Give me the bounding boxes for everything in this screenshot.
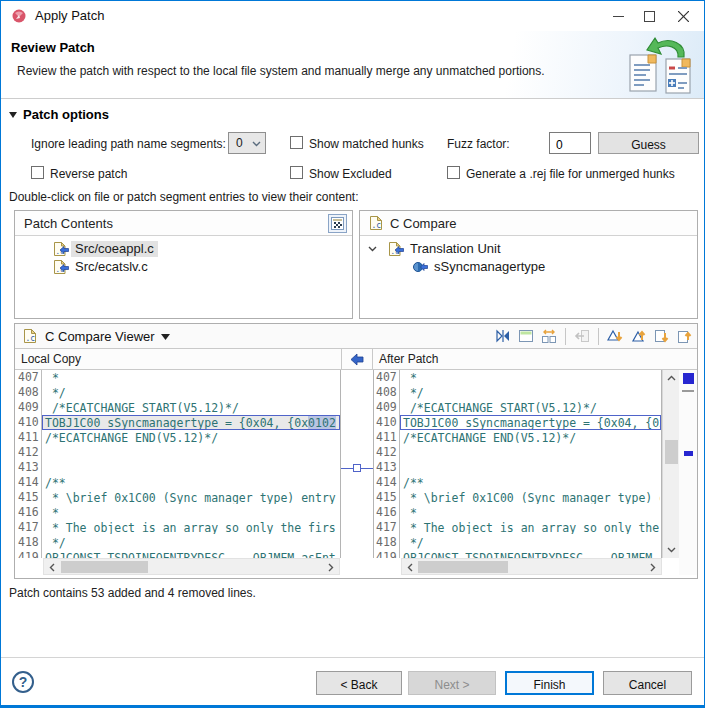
maximize-button[interactable] <box>630 1 668 31</box>
line-number: 408 <box>374 385 400 400</box>
two-pane-swap-icon[interactable] <box>540 327 558 345</box>
after-patch-pane[interactable]: 407 *408 */409 /*ECATCHANGE_START(V5.12)… <box>373 370 662 558</box>
line-number: 409 <box>374 400 400 415</box>
c-compare-title: C Compare <box>390 216 456 231</box>
code-line: 414/** <box>16 475 340 490</box>
apply-patch-wizard-icon <box>624 33 696 97</box>
fuzz-factor-input[interactable] <box>549 132 591 154</box>
page-title: Review Patch <box>11 40 95 55</box>
next-difference-icon[interactable] <box>606 327 624 345</box>
compare-viewer-toolbar: .c C Compare Viewer <box>15 324 697 349</box>
matched-hunks-filter-icon[interactable] <box>328 214 347 233</box>
patch-options-label: Patch options <box>23 107 109 122</box>
code-text: */ <box>400 535 661 550</box>
generate-rej-label: Generate a .rej file for unmerged hunks <box>466 167 675 181</box>
scroll-down-icon[interactable] <box>663 542 680 558</box>
right-hscrollbar-thumb[interactable] <box>418 561 508 573</box>
left-hscrollbar-thumb[interactable] <box>61 561 148 573</box>
viewer-menu-dropdown-icon[interactable] <box>161 334 170 340</box>
code-line: 407 * <box>16 370 340 385</box>
cancel-button[interactable]: Cancel <box>603 671 692 695</box>
previous-change-icon[interactable] <box>675 327 693 345</box>
vertical-scrollbar[interactable] <box>662 370 679 558</box>
code-text <box>42 445 340 460</box>
back-button[interactable]: < Back <box>316 671 402 695</box>
copy-all-left-icon[interactable] <box>341 349 373 370</box>
generate-rej-checkbox[interactable] <box>447 166 460 179</box>
help-button[interactable]: ? <box>12 671 34 693</box>
right-horizontal-scrollbar[interactable] <box>401 558 662 575</box>
code-line: 410TOBJ1C00 sSyncmanagertype = {0x04, {0… <box>16 415 340 430</box>
diff-overview-ruler[interactable] <box>679 370 697 575</box>
expander-chevron-icon[interactable] <box>368 246 382 252</box>
ignore-segments-label: Ignore leading path name segments: <box>31 137 226 151</box>
scroll-right-icon[interactable] <box>645 559 661 575</box>
scroll-left-icon[interactable] <box>44 559 60 575</box>
diff-connector-gutter <box>341 370 373 558</box>
code-text: /*ECATCHANGE_START(V5.12)*/ <box>42 400 340 415</box>
code-line: 415 * \brief 0x1C00 (Sync manager type) … <box>16 490 340 505</box>
reverse-patch-checkbox[interactable] <box>31 166 44 179</box>
patch-contents-panel: Patch Contents .c Src/coeappl.c .c Src/e… <box>14 210 353 319</box>
code-line: 417 * The object is an array so only the… <box>16 520 340 535</box>
compare-viewer: .c C Compare Viewer <box>14 323 698 579</box>
variable-icon <box>412 259 428 275</box>
code-line: 418 */ <box>374 535 661 550</box>
patch-file-item[interactable]: .c Src/coeappl.c <box>53 240 352 258</box>
code-line: 416 * <box>16 505 340 520</box>
close-button[interactable] <box>664 1 702 31</box>
code-line: 418 */ <box>16 535 340 550</box>
overview-marker-top[interactable] <box>683 373 694 384</box>
tree-item-label: Translation Unit <box>406 241 505 257</box>
copy-change-to-left-icon[interactable] <box>573 327 591 345</box>
code-line: 414/** <box>374 475 661 490</box>
code-text: * \brief 0x1C00 (Sync manager type) entr… <box>400 490 661 505</box>
line-number: 408 <box>16 385 42 400</box>
line-number: 416 <box>16 505 42 520</box>
code-line: 407 * <box>374 370 661 385</box>
previous-difference-icon[interactable] <box>629 327 647 345</box>
show-matched-hunks-checkbox[interactable] <box>290 136 303 149</box>
scroll-up-icon[interactable] <box>663 370 680 386</box>
next-change-icon[interactable] <box>652 327 670 345</box>
code-line: 413 <box>16 460 340 475</box>
patch-contents-title: Patch Contents <box>24 216 113 231</box>
code-line: 412 <box>374 445 661 460</box>
ignore-segments-select[interactable]: 0 <box>228 132 266 154</box>
guess-button[interactable]: Guess <box>598 132 699 154</box>
vertical-scrollbar-thumb[interactable] <box>665 440 678 464</box>
title-bar[interactable]: Apply Patch <box>1 1 704 31</box>
c-compare-tree: .c Translation Unit sSyncmanagertype <box>360 236 697 276</box>
local-copy-pane[interactable]: 407 *408 */409 /*ECATCHANGE_START(V5.12)… <box>16 370 341 558</box>
page-description: Review the patch with respect to the loc… <box>17 64 545 78</box>
left-horizontal-scrollbar[interactable] <box>43 558 340 575</box>
inline-diff-highlight: 0102 <box>308 416 336 430</box>
code-text: * The object is an array so only the fir… <box>42 520 340 535</box>
line-number: 419 <box>16 550 42 558</box>
code-line: 410TOBJ1C00 sSyncmanagertype = {0x04, {0… <box>374 415 661 430</box>
c-compare-tree-item[interactable]: .c Translation Unit <box>360 240 697 258</box>
line-number: 418 <box>374 535 400 550</box>
scroll-left-icon[interactable] <box>402 559 418 575</box>
code-line: 408 */ <box>374 385 661 400</box>
line-number: 414 <box>374 475 400 490</box>
patch-file-item[interactable]: .c Src/ecatslv.c <box>53 258 352 276</box>
line-number: 413 <box>374 460 400 475</box>
switch-left-and-right-icon[interactable] <box>494 327 512 345</box>
show-excluded-checkbox[interactable] <box>290 166 303 179</box>
code-text: * <box>400 505 661 520</box>
overview-diff-marker[interactable] <box>684 451 693 456</box>
code-text: */ <box>42 535 340 550</box>
code-line: 413 <box>374 460 661 475</box>
changed-code-text: TOBJ1C00 sSyncmanagertype = {0x04, {0x01… <box>42 415 340 430</box>
diff-connector-handle[interactable] <box>353 464 361 472</box>
chevron-down-icon <box>252 141 261 147</box>
code-line: 419OBJCONST TSDOINFOENTRYDESC OBJMEM asE… <box>374 550 661 558</box>
finish-button[interactable]: Finish <box>505 671 594 695</box>
scroll-right-icon[interactable] <box>323 559 339 575</box>
ancestor-pane-icon[interactable] <box>517 327 535 345</box>
c-compare-tree-item[interactable]: sSyncmanagertype <box>360 258 697 276</box>
code-text <box>400 445 661 460</box>
patch-options-section-toggle[interactable]: Patch options <box>9 107 109 122</box>
c-patch-file-icon: .c <box>53 241 69 257</box>
